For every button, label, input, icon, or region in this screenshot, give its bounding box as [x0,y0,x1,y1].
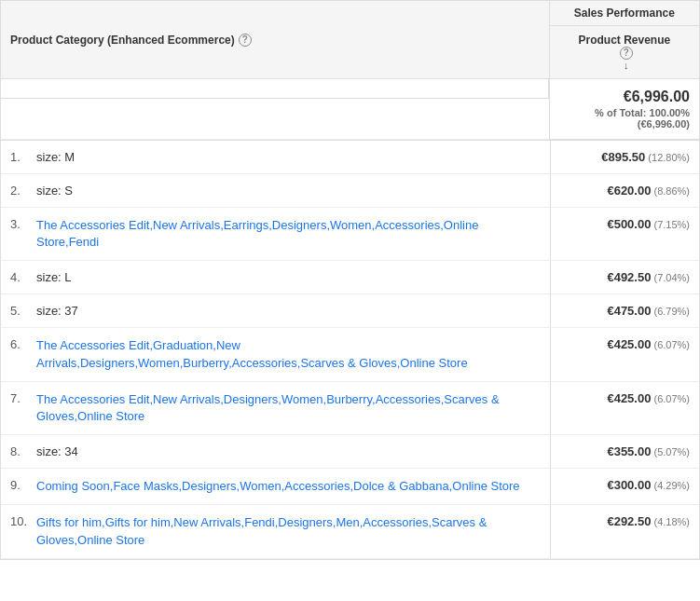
category-cell: 4.size: L [1,261,551,294]
revenue-amount: €475.00 [607,304,651,318]
revenue-pct: (7.15%) [651,219,690,230]
category-label[interactable]: Coming Soon,Face Masks,Designers,Women,A… [36,478,520,495]
revenue-amount: €425.00 [607,337,651,351]
revenue-pct: (6.07%) [651,393,690,404]
table-row: 9.Coming Soon,Face Masks,Designers,Women… [1,469,699,505]
row-number: 6. [10,337,36,351]
row-number: 3. [10,217,36,231]
revenue-cell: €895.50 (12.80%) [551,141,699,174]
row-number: 1. [10,150,36,164]
category-cell: 7.The Accessories Edit,New Arrivals,Desi… [1,382,551,434]
category-label[interactable]: Gifts for him,Gifts for him,New Arrivals… [36,514,541,548]
row-number: 4. [10,270,36,284]
category-cell: 2.size: S [1,174,551,207]
category-label: size: M [36,150,75,164]
revenue-help-icon[interactable]: ? [620,47,633,60]
category-cell: 5.size: 37 [1,294,551,327]
category-cell: 9.Coming Soon,Face Masks,Designers,Women… [1,469,551,504]
revenue-amount: €620.00 [607,184,651,198]
revenue-cell: €355.00 (5.07%) [551,435,699,469]
total-pct-label: % of Total: 100.00% (€6,996.00) [559,107,690,130]
revenue-amount: €355.00 [607,444,651,458]
revenue-pct: (8.86%) [651,185,690,197]
revenue-cell: €425.00 (6.07%) [551,328,699,381]
category-label[interactable]: The Accessories Edit,Graduation,New Arri… [36,337,541,371]
category-cell: 6.The Accessories Edit,Graduation,New Ar… [1,328,551,380]
sales-performance-label: Sales Performance [574,7,675,20]
category-label: size: S [36,184,73,198]
revenue-cell: €500.00 (7.15%) [551,208,699,261]
category-cell: 8.size: 34 [1,435,551,468]
revenue-pct: (4.29%) [651,480,690,491]
table-row: 5.size: 37€475.00 (6.79%) [1,294,699,328]
total-revenue: €6,996.00 [559,89,690,105]
revenue-amount: €492.50 [607,270,651,284]
category-label[interactable]: The Accessories Edit,New Arrivals,Design… [36,391,541,425]
summary-category-cell [1,79,549,99]
row-number: 7. [10,391,36,405]
row-number: 10. [10,514,36,528]
category-label[interactable]: The Accessories Edit,New Arrivals,Earrin… [36,217,541,251]
category-cell: 1.size: M [1,141,551,173]
row-number: 5. [10,304,36,318]
category-help-icon[interactable]: ? [239,34,252,47]
table-row: 10.Gifts for him,Gifts for him,New Arriv… [1,505,699,558]
table-row: 2.size: S€620.00 (8.86%) [1,174,699,208]
revenue-cell: €620.00 (8.86%) [551,174,699,208]
revenue-cell: €292.50 (4.18%) [551,505,699,558]
table-row: 3.The Accessories Edit,New Arrivals,Earr… [1,208,699,261]
row-number: 8. [10,444,36,458]
revenue-amount: €895.50 [601,150,645,164]
table-row: 1.size: M€895.50 (12.80%) [1,141,699,174]
revenue-cell: €492.50 (7.04%) [551,261,699,294]
category-header-label: Product Category (Enhanced Ecommerce) [10,34,235,47]
row-number: 9. [10,478,36,492]
revenue-cell: €300.00 (4.29%) [551,469,699,505]
revenue-cell: €425.00 (6.07%) [551,381,699,434]
revenue-pct: (6.79%) [651,306,690,317]
summary-row: €6,996.00 % of Total: 100.00% (€6,996.00… [1,79,699,140]
row-number: 2. [10,184,36,198]
sort-icon[interactable]: ↓ [624,60,629,71]
revenue-pct: (4.18%) [651,516,690,527]
summary-revenue-cell: €6,996.00 % of Total: 100.00% (€6,996.00… [549,79,699,140]
revenue-amount: €292.50 [607,514,651,528]
category-cell: 3.The Accessories Edit,New Arrivals,Earr… [1,208,551,260]
revenue-pct: (7.04%) [651,272,690,283]
revenue-pct: (12.80%) [645,152,690,163]
revenue-amount: €500.00 [607,217,651,231]
table-row: 8.size: 34€355.00 (5.07%) [1,435,699,469]
category-label: size: L [36,270,72,284]
revenue-cell: €475.00 (6.79%) [551,294,699,328]
revenue-amount: €300.00 [607,478,651,492]
category-label: size: 34 [36,444,78,458]
table-row: 6.The Accessories Edit,Graduation,New Ar… [1,328,699,381]
category-cell: 10.Gifts for him,Gifts for him,New Arriv… [1,505,551,557]
revenue-pct: (6.07%) [651,339,690,350]
revenue-header-label: Product Revenue [579,34,671,47]
category-label: size: 37 [36,304,78,318]
table-row: 4.size: L€492.50 (7.04%) [1,261,699,294]
revenue-amount: €425.00 [607,391,651,405]
revenue-pct: (5.07%) [651,446,690,458]
table-row: 7.The Accessories Edit,New Arrivals,Desi… [1,381,699,434]
